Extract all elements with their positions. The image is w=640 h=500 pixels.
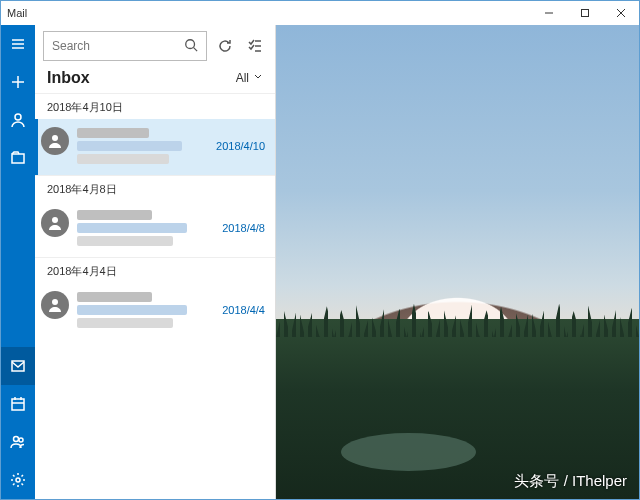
message-preview (77, 289, 214, 331)
svg-point-17 (19, 438, 23, 442)
svg-point-19 (186, 39, 195, 48)
people-nav-button[interactable] (1, 423, 35, 461)
svg-line-20 (194, 47, 198, 51)
accounts-button[interactable] (1, 101, 35, 139)
mail-window: Mail (0, 0, 640, 500)
titlebar: Mail (1, 1, 639, 25)
message-date: 2018/4/10 (216, 140, 265, 152)
mail-nav-button[interactable] (1, 347, 35, 385)
message-date: 2018/4/4 (222, 304, 265, 316)
message-list-pane: Search Inbox All (35, 25, 276, 499)
message-preview (77, 125, 208, 167)
settings-nav-button[interactable] (1, 461, 35, 499)
nav-rail (1, 25, 35, 499)
menu-button[interactable] (1, 25, 35, 63)
message-item[interactable]: 2018/4/8 (35, 201, 275, 257)
search-placeholder: Search (52, 39, 90, 53)
app-title: Mail (7, 7, 27, 19)
maximize-button[interactable] (567, 1, 603, 25)
watermark: 头条号 / IThelper (514, 472, 627, 491)
avatar-icon (41, 127, 69, 155)
reading-pane: 头条号 / IThelper (276, 25, 639, 499)
svg-rect-11 (12, 361, 24, 371)
svg-point-18 (16, 478, 20, 482)
date-header: 2018年4月8日 (35, 175, 275, 201)
folder-title: Inbox (47, 69, 90, 87)
filter-label: All (236, 71, 249, 85)
svg-point-9 (15, 114, 21, 120)
svg-point-16 (14, 437, 19, 442)
calendar-nav-button[interactable] (1, 385, 35, 423)
avatar-icon (41, 291, 69, 319)
chevron-down-icon (253, 71, 263, 85)
svg-rect-10 (12, 154, 24, 163)
svg-rect-12 (12, 399, 24, 410)
search-input[interactable]: Search (43, 31, 207, 61)
sync-button[interactable] (213, 34, 237, 58)
close-button[interactable] (603, 1, 639, 25)
svg-point-24 (52, 135, 58, 141)
date-header: 2018年4月4日 (35, 257, 275, 283)
message-item[interactable]: 2018/4/10 (35, 119, 275, 175)
svg-point-25 (52, 217, 58, 223)
new-mail-button[interactable] (1, 63, 35, 101)
filter-dropdown[interactable]: All (236, 71, 263, 85)
message-date: 2018/4/8 (222, 222, 265, 234)
svg-rect-1 (582, 10, 589, 17)
folders-button[interactable] (1, 139, 35, 177)
message-item[interactable]: 2018/4/4 (35, 283, 275, 339)
avatar-icon (41, 209, 69, 237)
date-header: 2018年4月10日 (35, 93, 275, 119)
svg-point-26 (52, 299, 58, 305)
minimize-button[interactable] (531, 1, 567, 25)
search-icon (184, 38, 198, 55)
select-mode-button[interactable] (243, 34, 267, 58)
message-preview (77, 207, 214, 249)
